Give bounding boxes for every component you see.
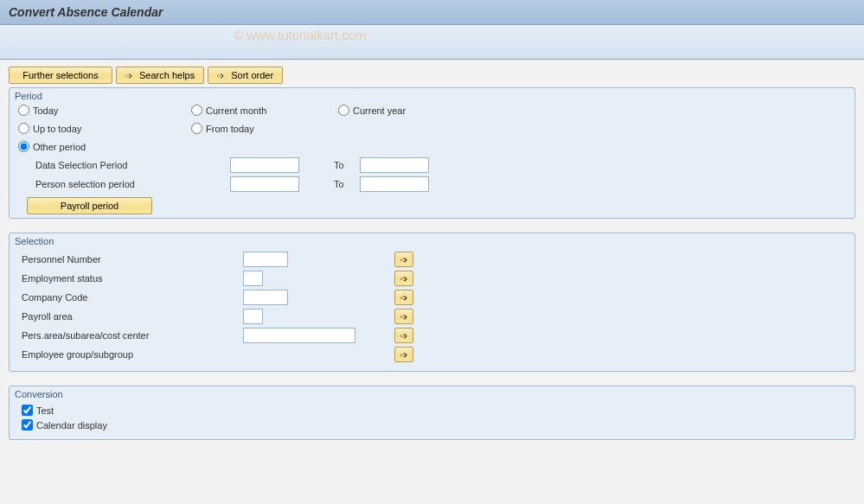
person-selection-label: Person selection period — [35, 179, 230, 189]
test-checkbox-row[interactable]: Test — [18, 403, 846, 418]
sort-order-label: Sort order — [231, 70, 273, 80]
person-selection-to-input[interactable] — [360, 176, 429, 192]
radio-other-period-label: Other period — [33, 142, 86, 152]
radio-from-today-input[interactable] — [191, 123, 202, 134]
radio-current-year[interactable]: Current year — [338, 105, 494, 116]
selection-title: Selection — [10, 233, 854, 246]
data-selection-label: Data Selection Period — [35, 160, 230, 170]
company-code-label: Company Code — [18, 292, 243, 303]
payroll-area-label: Payroll area — [18, 311, 243, 322]
period-title: Period — [10, 88, 854, 101]
period-radio-row-2: Up to today From today — [10, 119, 854, 137]
arrow-right-icon: ➩ — [400, 331, 407, 341]
employee-group-row: Employee group/subgroup ➩ — [18, 345, 846, 364]
page-title: Convert Absence Calendar — [9, 5, 855, 19]
search-helps-button[interactable]: ➩ Search helps — [116, 67, 204, 84]
payroll-area-row: Payroll area ➩ — [18, 307, 846, 326]
radio-current-year-input[interactable] — [338, 105, 349, 116]
conversion-panel: Conversion Test Calendar display — [9, 386, 855, 440]
radio-other-period-input[interactable] — [18, 141, 29, 152]
radio-current-month[interactable]: Current month — [191, 105, 338, 116]
employee-group-label: Employee group/subgroup — [18, 349, 243, 360]
test-checkbox[interactable] — [22, 405, 33, 416]
employment-status-multi-button[interactable]: ➩ — [394, 271, 413, 286]
employment-status-label: Employment status — [18, 273, 243, 284]
company-code-input[interactable] — [243, 290, 288, 305]
company-code-row: Company Code ➩ — [18, 288, 846, 307]
radio-today-label: Today — [33, 105, 58, 116]
employment-status-row: Employment status ➩ — [18, 269, 846, 288]
radio-current-year-label: Current year — [353, 105, 406, 116]
person-selection-from-input[interactable] — [230, 176, 299, 192]
arrow-right-icon: ➩ — [400, 255, 407, 265]
personnel-number-row: Personnel Number ➩ — [18, 250, 846, 269]
radio-up-to-today-label: Up to today — [33, 124, 81, 134]
arrow-right-icon: ➩ — [400, 312, 407, 322]
personnel-number-label: Personnel Number — [18, 254, 243, 265]
personnel-number-input[interactable] — [243, 252, 288, 267]
calendar-display-checkbox[interactable] — [22, 419, 33, 431]
radio-current-month-label: Current month — [206, 105, 266, 116]
sub-header — [0, 25, 864, 60]
data-selection-to-label: To — [334, 160, 360, 170]
radio-up-to-today-input[interactable] — [18, 123, 29, 134]
toolbar: Further selections ➩ Search helps ➩ Sort… — [9, 67, 855, 84]
period-radio-row-1: Today Current month Current year — [10, 101, 854, 119]
radio-current-month-input[interactable] — [191, 105, 202, 116]
payroll-area-input[interactable] — [243, 309, 263, 324]
sort-order-button[interactable]: ➩ Sort order — [208, 67, 283, 84]
data-selection-from-input[interactable] — [230, 157, 299, 173]
arrow-right-icon: ➩ — [125, 71, 132, 80]
search-helps-label: Search helps — [139, 70, 195, 80]
selection-body: Personnel Number ➩ Employment status ➩ C… — [10, 246, 854, 371]
further-selections-label: Further selections — [22, 70, 98, 80]
test-checkbox-label: Test — [36, 405, 54, 416]
data-selection-to-input[interactable] — [360, 157, 429, 173]
period-panel: Period Today Current month Current year … — [9, 87, 855, 219]
radio-other-period[interactable]: Other period — [18, 141, 191, 152]
further-selections-button[interactable]: Further selections — [9, 67, 112, 84]
employment-status-input[interactable] — [243, 271, 263, 286]
radio-from-today-label: From today — [206, 124, 254, 134]
radio-today-input[interactable] — [18, 105, 29, 116]
person-selection-row: Person selection period To — [10, 175, 854, 194]
pers-area-input[interactable] — [243, 328, 355, 343]
header-bar: Convert Absence Calendar — [0, 0, 864, 25]
calendar-display-checkbox-row[interactable]: Calendar display — [18, 418, 846, 432]
calendar-display-checkbox-label: Calendar display — [36, 420, 107, 431]
person-selection-to-label: To — [334, 179, 360, 189]
content-area: Further selections ➩ Search helps ➩ Sort… — [0, 60, 864, 461]
payroll-area-multi-button[interactable]: ➩ — [394, 309, 413, 324]
period-radio-row-3: Other period — [10, 137, 854, 156]
arrow-right-icon: ➩ — [400, 274, 407, 284]
selection-panel: Selection Personnel Number ➩ Employment … — [9, 233, 855, 372]
arrow-right-icon: ➩ — [217, 71, 224, 80]
employee-group-multi-button[interactable]: ➩ — [394, 347, 413, 362]
radio-today[interactable]: Today — [18, 105, 191, 116]
personnel-number-multi-button[interactable]: ➩ — [394, 252, 413, 267]
data-selection-row: Data Selection Period To — [10, 156, 854, 175]
company-code-multi-button[interactable]: ➩ — [394, 290, 413, 305]
conversion-body: Test Calendar display — [10, 399, 854, 439]
arrow-right-icon: ➩ — [400, 350, 407, 360]
pers-area-row: Pers.area/subarea/cost center ➩ — [18, 326, 846, 345]
pers-area-label: Pers.area/subarea/cost center — [18, 330, 243, 341]
radio-up-to-today[interactable]: Up to today — [18, 123, 191, 134]
conversion-title: Conversion — [10, 386, 854, 399]
arrow-right-icon: ➩ — [400, 293, 407, 303]
pers-area-multi-button[interactable]: ➩ — [394, 328, 413, 343]
radio-from-today[interactable]: From today — [191, 123, 338, 134]
payroll-period-button[interactable]: Payroll period — [27, 197, 152, 214]
